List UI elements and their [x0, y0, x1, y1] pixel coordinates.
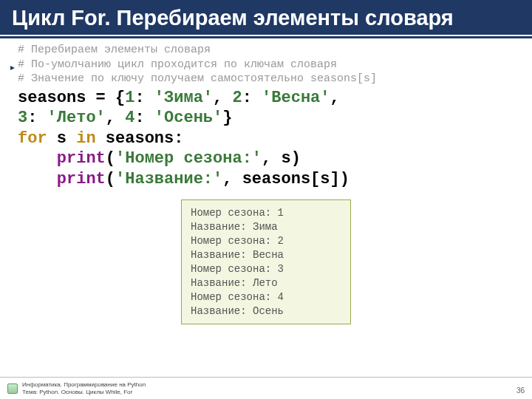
- code-line: for s in seasons:: [18, 129, 514, 149]
- output-line: Название: Зима: [191, 220, 341, 234]
- code-text: (: [106, 170, 115, 188]
- code-string: 'Зима': [154, 89, 213, 107]
- code-number: 2: [232, 89, 242, 107]
- code-text: :: [134, 109, 154, 127]
- output-box: Номер сезона: 1 Название: Зима Номер сез…: [181, 200, 351, 324]
- page-number: 36: [516, 386, 525, 395]
- comment-line: # Значение по ключу получаем самостоятел…: [18, 72, 514, 86]
- code-string: 'Весна': [262, 89, 330, 107]
- bullet-icon: ▸: [10, 62, 15, 72]
- output-line: Номер сезона: 4: [191, 290, 341, 304]
- code-keyword: for: [18, 129, 47, 148]
- footer-logo-icon: [7, 383, 18, 394]
- code-text: , seasons[s]): [222, 170, 349, 188]
- code-line: print('Номер сезона:', s): [18, 149, 514, 169]
- code-string: 'Название:': [115, 170, 222, 188]
- code-number: 1: [125, 89, 134, 107]
- slide-footer: Информатика. Программирование на Python …: [0, 377, 532, 399]
- footer-line: Информатика. Программирование на Python: [22, 381, 146, 388]
- code-text: s: [47, 129, 77, 148]
- code-text: ,: [106, 109, 125, 127]
- code-text: ,: [213, 89, 232, 107]
- slide-title: Цикл For. Перебираем элементы словаря: [12, 6, 520, 30]
- footer-line: Тема: Python. Основы. Циклы While, For: [22, 389, 146, 395]
- comment-line: # По-умолчанию цикл проходится по ключам…: [18, 58, 514, 72]
- code-number: 4: [125, 109, 134, 127]
- slide-header: Цикл For. Перебираем элементы словаря: [0, 0, 532, 35]
- code-text: , s): [262, 149, 301, 168]
- code-text: :: [242, 89, 262, 107]
- code-line: print('Название:', seasons[s]): [18, 169, 514, 190]
- code-text: seasons:: [96, 129, 184, 148]
- code-indent: [18, 149, 57, 168]
- code-keyword: in: [76, 129, 95, 148]
- output-line: Название: Весна: [191, 248, 341, 262]
- code-line: seasons = {1: 'Зима', 2: 'Весна',: [18, 88, 514, 109]
- code-string: 'Лето': [47, 109, 106, 127]
- slide-content: # Перебираем элементы словаря # По-умолч…: [0, 38, 532, 399]
- code-line: 3: 'Лето', 4: 'Осень'}: [18, 108, 514, 129]
- output-line: Номер сезона: 1: [191, 206, 341, 220]
- output-line: Название: Лето: [191, 276, 341, 290]
- code-text: ,: [330, 89, 340, 107]
- code-text: }: [222, 109, 232, 127]
- code-text: (: [106, 149, 115, 168]
- comment-line: # Перебираем элементы словаря: [18, 43, 514, 58]
- code-function: print: [57, 170, 106, 188]
- code-comments: # Перебираем элементы словаря # По-умолч…: [18, 43, 514, 86]
- code-indent: [18, 170, 57, 188]
- slide: Цикл For. Перебираем элементы словаря ▸ …: [0, 0, 532, 399]
- output-line: Название: Осень: [191, 304, 341, 318]
- code-string: 'Осень': [154, 109, 222, 127]
- code-string: 'Номер сезона:': [115, 149, 262, 168]
- output-line: Номер сезона: 2: [191, 234, 341, 248]
- output-line: Номер сезона: 3: [191, 262, 341, 276]
- code-text: :: [134, 89, 154, 107]
- code-text: :: [27, 109, 47, 127]
- code-function: print: [57, 149, 106, 168]
- code-text: seasons = {: [18, 89, 125, 107]
- code-block: seasons = {1: 'Зима', 2: 'Весна', 3: 'Ле…: [18, 88, 514, 190]
- footer-text: Информатика. Программирование на Python …: [22, 381, 146, 395]
- code-number: 3: [18, 109, 27, 127]
